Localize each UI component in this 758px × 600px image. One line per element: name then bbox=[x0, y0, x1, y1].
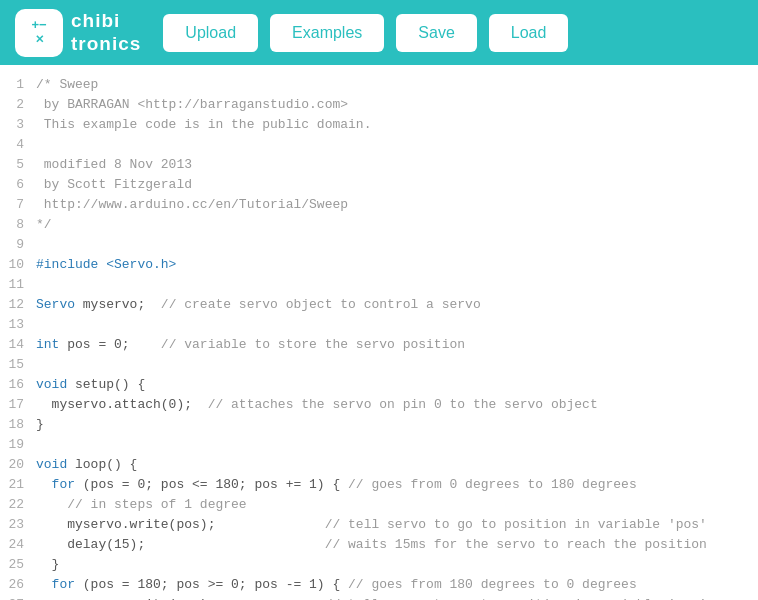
code-line: 7 http://www.arduino.cc/en/Tutorial/Swee… bbox=[0, 195, 758, 215]
line-content: myservo.attach(0); // attaches the servo… bbox=[36, 395, 750, 415]
line-number: 12 bbox=[8, 295, 36, 315]
code-line: 25 } bbox=[0, 555, 758, 575]
logo-icon: +− ✕ bbox=[15, 9, 63, 57]
line-content bbox=[36, 355, 750, 375]
line-number: 27 bbox=[8, 595, 36, 600]
code-line: 16void setup() { bbox=[0, 375, 758, 395]
code-line: 19 bbox=[0, 435, 758, 455]
code-line: 1/* Sweep bbox=[0, 75, 758, 95]
line-number: 17 bbox=[8, 395, 36, 415]
code-line: 6 by Scott Fitzgerald bbox=[0, 175, 758, 195]
line-content bbox=[36, 275, 750, 295]
line-content: myservo.write(pos); // tell servo to go … bbox=[36, 595, 750, 600]
code-line: 9 bbox=[0, 235, 758, 255]
line-number: 2 bbox=[8, 95, 36, 115]
line-content: delay(15); // waits 15ms for the servo t… bbox=[36, 535, 750, 555]
upload-button[interactable]: Upload bbox=[163, 14, 258, 52]
line-content: /* Sweep bbox=[36, 75, 750, 95]
logo-name-bottom: tronics bbox=[71, 33, 141, 56]
code-line: 24 delay(15); // waits 15ms for the serv… bbox=[0, 535, 758, 555]
line-number: 26 bbox=[8, 575, 36, 595]
line-content: #include <Servo.h> bbox=[36, 255, 750, 275]
line-number: 5 bbox=[8, 155, 36, 175]
code-line: 18} bbox=[0, 415, 758, 435]
code-line: 22 // in steps of 1 degree bbox=[0, 495, 758, 515]
line-content: void setup() { bbox=[36, 375, 750, 395]
line-number: 8 bbox=[8, 215, 36, 235]
code-editor[interactable]: 1/* Sweep2 by BARRAGAN <http://barragans… bbox=[0, 65, 758, 600]
line-number: 4 bbox=[8, 135, 36, 155]
line-number: 19 bbox=[8, 435, 36, 455]
code-line: 4 bbox=[0, 135, 758, 155]
line-content: Servo myservo; // create servo object to… bbox=[36, 295, 750, 315]
line-content: // in steps of 1 degree bbox=[36, 495, 750, 515]
line-content: by BARRAGAN <http://barraganstudio.com> bbox=[36, 95, 750, 115]
logo-area: +− ✕ chibi tronics bbox=[15, 9, 141, 57]
line-number: 6 bbox=[8, 175, 36, 195]
line-number: 15 bbox=[8, 355, 36, 375]
line-number: 11 bbox=[8, 275, 36, 295]
line-number: 22 bbox=[8, 495, 36, 515]
line-content: This example code is in the public domai… bbox=[36, 115, 750, 135]
code-line: 26 for (pos = 180; pos >= 0; pos -= 1) {… bbox=[0, 575, 758, 595]
line-number: 13 bbox=[8, 315, 36, 335]
code-line: 14int pos = 0; // variable to store the … bbox=[0, 335, 758, 355]
line-content bbox=[36, 435, 750, 455]
line-number: 7 bbox=[8, 195, 36, 215]
code-line: 20void loop() { bbox=[0, 455, 758, 475]
line-number: 20 bbox=[8, 455, 36, 475]
examples-button[interactable]: Examples bbox=[270, 14, 384, 52]
code-line: 10#include <Servo.h> bbox=[0, 255, 758, 275]
line-content bbox=[36, 235, 750, 255]
code-line: 8*/ bbox=[0, 215, 758, 235]
line-content: } bbox=[36, 555, 750, 575]
line-number: 21 bbox=[8, 475, 36, 495]
code-line: 13 bbox=[0, 315, 758, 335]
logo-name-top: chibi bbox=[71, 10, 141, 33]
code-line: 3 This example code is in the public dom… bbox=[0, 115, 758, 135]
line-number: 9 bbox=[8, 235, 36, 255]
line-number: 10 bbox=[8, 255, 36, 275]
line-content: */ bbox=[36, 215, 750, 235]
line-number: 25 bbox=[8, 555, 36, 575]
line-content: for (pos = 180; pos >= 0; pos -= 1) { //… bbox=[36, 575, 750, 595]
line-number: 1 bbox=[8, 75, 36, 95]
line-content: void loop() { bbox=[36, 455, 750, 475]
code-line: 2 by BARRAGAN <http://barraganstudio.com… bbox=[0, 95, 758, 115]
logo-text: chibi tronics bbox=[71, 10, 141, 56]
line-content: modified 8 Nov 2013 bbox=[36, 155, 750, 175]
save-button[interactable]: Save bbox=[396, 14, 476, 52]
line-content: by Scott Fitzgerald bbox=[36, 175, 750, 195]
svg-text:✕: ✕ bbox=[35, 33, 44, 45]
line-content bbox=[36, 135, 750, 155]
line-number: 3 bbox=[8, 115, 36, 135]
line-number: 23 bbox=[8, 515, 36, 535]
code-line: 5 modified 8 Nov 2013 bbox=[0, 155, 758, 175]
line-content bbox=[36, 315, 750, 335]
header: +− ✕ chibi tronics Upload Examples Save … bbox=[0, 0, 758, 65]
line-content: myservo.write(pos); // tell servo to go … bbox=[36, 515, 750, 535]
code-line: 11 bbox=[0, 275, 758, 295]
line-number: 18 bbox=[8, 415, 36, 435]
line-content: for (pos = 0; pos <= 180; pos += 1) { //… bbox=[36, 475, 750, 495]
code-line: 27 myservo.write(pos); // tell servo to … bbox=[0, 595, 758, 600]
code-line: 15 bbox=[0, 355, 758, 375]
code-line: 17 myservo.attach(0); // attaches the se… bbox=[0, 395, 758, 415]
line-content: int pos = 0; // variable to store the se… bbox=[36, 335, 750, 355]
line-number: 24 bbox=[8, 535, 36, 555]
line-content: } bbox=[36, 415, 750, 435]
line-number: 14 bbox=[8, 335, 36, 355]
svg-text:+−: +− bbox=[31, 17, 47, 32]
code-line: 21 for (pos = 0; pos <= 180; pos += 1) {… bbox=[0, 475, 758, 495]
code-line: 23 myservo.write(pos); // tell servo to … bbox=[0, 515, 758, 535]
line-number: 16 bbox=[8, 375, 36, 395]
line-content: http://www.arduino.cc/en/Tutorial/Sweep bbox=[36, 195, 750, 215]
load-button[interactable]: Load bbox=[489, 14, 569, 52]
code-line: 12Servo myservo; // create servo object … bbox=[0, 295, 758, 315]
